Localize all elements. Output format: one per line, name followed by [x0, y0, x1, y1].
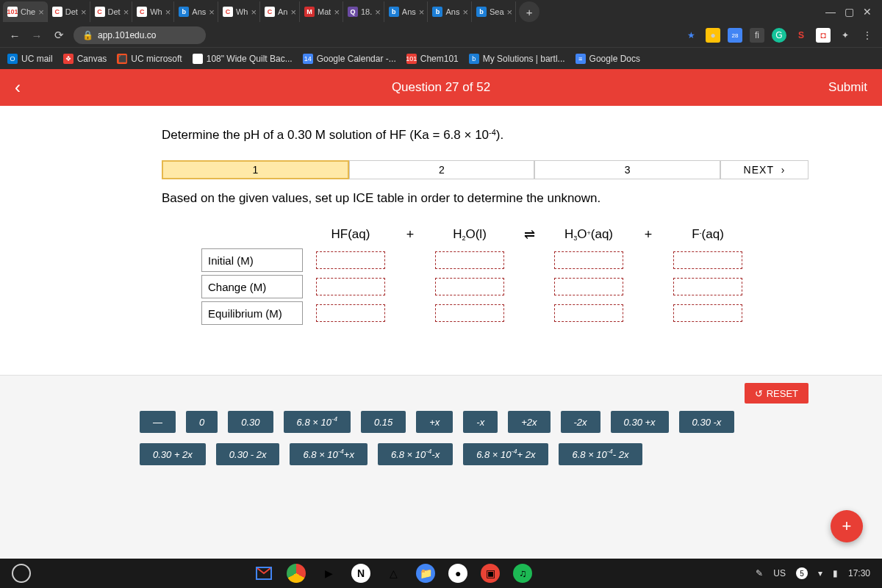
bookmark-item[interactable]: ≡Google Docs	[576, 54, 640, 64]
star-icon[interactable]: ★	[684, 28, 698, 43]
new-tab-button[interactable]: +	[519, 1, 539, 22]
keyboard-layout[interactable]: US	[773, 568, 786, 578]
close-tab-icon[interactable]: ×	[209, 7, 215, 18]
answer-chip[interactable]: +2x	[508, 411, 550, 433]
launcher-icon[interactable]	[12, 564, 31, 583]
ice-cell-input[interactable]	[316, 304, 385, 322]
pen-icon[interactable]: ✎	[756, 568, 763, 578]
battery-icon[interactable]: ▮	[833, 568, 838, 578]
browser-tab[interactable]: CDet×	[90, 1, 133, 22]
answer-chip[interactable]: -x	[463, 411, 498, 433]
bookmark-item[interactable]: bMy Solutions | bartl...	[469, 54, 565, 64]
close-tab-icon[interactable]: ×	[290, 7, 296, 18]
extension-icon[interactable]: 28	[728, 28, 742, 43]
gmail-icon[interactable]	[254, 564, 273, 583]
bookmark-item[interactable]: OUC mail	[7, 54, 53, 64]
extension-icon[interactable]: ●	[706, 28, 720, 43]
back-button[interactable]: ←	[7, 28, 22, 43]
answer-chip[interactable]: +x	[416, 411, 453, 433]
bookmark-item[interactable]: ❖Canvas	[63, 54, 107, 64]
bookmark-item[interactable]: 101Chem101	[406, 54, 459, 64]
close-tab-icon[interactable]: ×	[334, 7, 340, 18]
step-2[interactable]: 2	[349, 160, 535, 179]
ice-cell-input[interactable]	[435, 304, 504, 322]
extensions-menu-icon[interactable]: ✦	[838, 28, 853, 43]
answer-chip[interactable]: 0.30 - x	[679, 411, 735, 433]
next-button[interactable]: NEXT ›	[720, 160, 808, 179]
bookmark-item[interactable]: ⬛UC microsoft	[117, 54, 182, 64]
answer-chip[interactable]: 6.8 × 10-4 + 2x	[463, 443, 548, 465]
close-tab-icon[interactable]: ×	[81, 7, 87, 18]
answer-chip[interactable]: 0.30	[228, 411, 273, 433]
app-icon[interactable]: ●	[448, 564, 467, 583]
menu-icon[interactable]: ⋮	[860, 28, 875, 43]
answer-chip[interactable]: -2x	[561, 411, 600, 433]
close-window-icon[interactable]: ✕	[863, 6, 872, 18]
browser-tab[interactable]: MMat×	[300, 1, 343, 22]
ice-cell-input[interactable]	[673, 251, 742, 269]
browser-tab[interactable]: CWh×	[218, 1, 260, 22]
ice-cell-input[interactable]	[673, 304, 742, 322]
step-1[interactable]: 1	[162, 160, 349, 179]
step-3[interactable]: 3	[534, 160, 720, 179]
bookmark-item[interactable]: 14Google Calendar -...	[303, 54, 396, 64]
answer-chip[interactable]: 0.30 + 2x	[140, 443, 206, 465]
answer-chip[interactable]: 0	[186, 411, 218, 433]
close-tab-icon[interactable]: ×	[507, 7, 513, 18]
files-icon[interactable]: 📁	[416, 564, 435, 583]
clock[interactable]: 17:30	[848, 568, 870, 578]
reload-button[interactable]: ⟳	[51, 28, 66, 43]
extension-icon[interactable]: fi	[750, 28, 764, 43]
answer-chip[interactable]: 0.15	[361, 411, 406, 433]
extension-icon[interactable]: S	[794, 28, 808, 43]
browser-tab[interactable]: CDet×	[48, 1, 90, 22]
browser-tab[interactable]: bSea×	[472, 1, 516, 22]
bookmark-item[interactable]: G108" Wide Quilt Bac...	[193, 54, 293, 64]
answer-chip[interactable]: 6.8 × 10-4 + x	[290, 443, 367, 465]
fab-add-button[interactable]: +	[831, 510, 863, 542]
forward-button[interactable]: →	[29, 28, 44, 43]
answer-chip[interactable]: —	[140, 411, 176, 433]
answer-chip[interactable]: 0.30 + x	[611, 411, 669, 433]
close-tab-icon[interactable]: ×	[251, 7, 257, 18]
drive-icon[interactable]: △	[384, 564, 403, 583]
browser-tab[interactable]: bAns×	[174, 1, 218, 22]
browser-tab[interactable]: bAns×	[384, 1, 429, 22]
minimize-icon[interactable]: —	[825, 6, 836, 18]
notion-icon[interactable]: N	[351, 564, 370, 583]
spotify-icon[interactable]: ♫	[513, 564, 532, 583]
ice-cell-input[interactable]	[554, 278, 623, 295]
answer-chip[interactable]: 6.8 × 10-4 - 2x	[559, 443, 642, 465]
close-tab-icon[interactable]: ×	[123, 7, 129, 18]
answer-chip[interactable]: 6.8 × 10-4 - x	[378, 443, 453, 465]
close-tab-icon[interactable]: ×	[38, 7, 44, 18]
reset-button[interactable]: ↺RESET	[745, 383, 808, 404]
submit-button[interactable]: Submit	[828, 80, 867, 95]
ice-cell-input[interactable]	[316, 278, 385, 295]
chrome-icon[interactable]	[287, 564, 306, 583]
gallery-icon[interactable]: ▣	[481, 564, 500, 583]
browser-tab[interactable]: bAns×	[428, 1, 472, 22]
extension-icon[interactable]: ◘	[816, 28, 831, 43]
ice-cell-input[interactable]	[316, 251, 385, 269]
close-tab-icon[interactable]: ×	[165, 7, 171, 18]
ice-cell-input[interactable]	[554, 251, 623, 269]
close-tab-icon[interactable]: ×	[462, 7, 468, 18]
ice-cell-input[interactable]	[673, 278, 742, 295]
back-chevron-icon[interactable]: ‹	[15, 77, 21, 98]
browser-tab[interactable]: CWh×	[132, 1, 174, 22]
browser-tab[interactable]: CAn×	[260, 1, 300, 22]
browser-tab[interactable]: Q18.×	[343, 1, 384, 22]
close-tab-icon[interactable]: ×	[419, 7, 425, 18]
notification-badge[interactable]: 5	[796, 567, 808, 579]
ice-cell-input[interactable]	[435, 278, 504, 295]
close-tab-icon[interactable]: ×	[375, 7, 381, 18]
answer-chip[interactable]: 0.30 - 2x	[216, 443, 280, 465]
wifi-icon[interactable]: ▾	[818, 568, 822, 578]
play-store-icon[interactable]: ▶	[319, 564, 338, 583]
browser-tab[interactable]: 101Che×	[3, 1, 48, 22]
url-input[interactable]: 🔒 app.101edu.co	[74, 26, 206, 44]
maximize-icon[interactable]: ▢	[845, 6, 854, 18]
ice-cell-input[interactable]	[435, 251, 504, 269]
answer-chip[interactable]: 6.8 × 10-4	[284, 411, 351, 433]
